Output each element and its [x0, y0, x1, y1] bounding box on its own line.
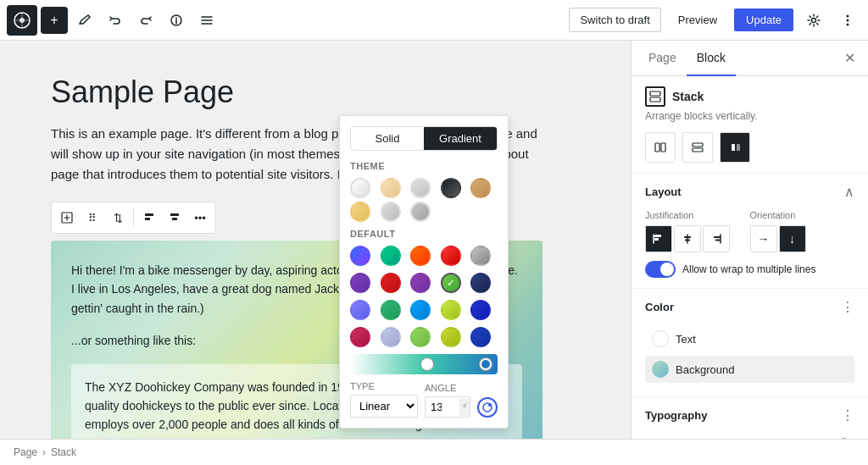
sidebar-tabs: Page Block ✕ — [632, 41, 868, 76]
move-up-down-button[interactable]: ⇅ — [106, 206, 130, 230]
svg-rect-19 — [693, 148, 703, 152]
theme-swatch-7[interactable] — [381, 202, 401, 222]
default-swatch-18[interactable] — [410, 327, 431, 347]
info-button[interactable] — [163, 7, 190, 34]
sidebar-close-button[interactable]: ✕ — [837, 47, 861, 70]
theme-swatch-4[interactable] — [441, 178, 461, 198]
align-left-button[interactable] — [137, 206, 161, 230]
default-swatch-7[interactable] — [381, 273, 401, 293]
background-color-row[interactable]: Background — [645, 356, 854, 383]
block-more-button[interactable]: ••• — [188, 206, 212, 230]
list-view-button[interactable] — [193, 7, 220, 34]
justify-left-button[interactable] — [645, 225, 672, 252]
default-swatch-4[interactable] — [441, 246, 461, 266]
svg-rect-23 — [654, 235, 661, 237]
layout-controls-row: Justification — [645, 210, 854, 252]
orient-horizontal-button[interactable]: → — [750, 225, 777, 252]
default-swatch-2[interactable] — [381, 246, 401, 266]
preview-button[interactable]: Preview — [668, 8, 727, 31]
layout-toggle-button[interactable]: ∧ — [844, 184, 854, 200]
solid-tab[interactable]: Solid — [351, 127, 424, 150]
orient-vertical-button[interactable]: ↓ — [779, 225, 806, 252]
default-swatch-15[interactable] — [470, 300, 491, 320]
stack-title: Stack — [672, 90, 704, 103]
more-options-button[interactable] — [834, 7, 861, 34]
default-swatch-13[interactable] — [410, 300, 431, 320]
theme-swatch-8[interactable] — [410, 202, 431, 222]
edit-tool-button[interactable] — [71, 7, 98, 34]
stack-section: Stack Arrange blocks vertically. — [632, 76, 868, 174]
default-swatch-9[interactable] — [441, 273, 461, 293]
gradient-bar[interactable] — [350, 354, 498, 374]
default-swatches-row4 — [350, 327, 498, 347]
default-swatch-17[interactable] — [381, 327, 401, 347]
default-swatch-12[interactable] — [381, 300, 401, 320]
stack-style-btn-1[interactable] — [645, 132, 676, 163]
settings-button[interactable] — [800, 7, 827, 34]
wrap-toggle[interactable] — [645, 261, 676, 278]
justification-col: Justification — [645, 210, 750, 252]
typography-menu-button[interactable]: ⋮ — [841, 407, 854, 423]
color-menu-button[interactable]: ⋮ — [841, 299, 854, 315]
breadcrumb-page[interactable]: Page — [14, 446, 37, 458]
toolbar-divider — [133, 209, 134, 226]
theme-swatch-2[interactable] — [381, 178, 401, 198]
stack-style-btn-3[interactable] — [720, 132, 750, 163]
theme-swatch-6[interactable] — [350, 202, 370, 222]
theme-swatch-5[interactable] — [470, 178, 491, 198]
block-transform-button[interactable] — [55, 206, 79, 230]
svg-point-5 — [847, 19, 849, 21]
wordpress-logo[interactable] — [7, 5, 37, 36]
default-swatch-14[interactable] — [441, 300, 461, 320]
gradient-stop-right[interactable] — [480, 358, 492, 370]
justification-label: Justification — [645, 210, 750, 220]
theme-swatch-1[interactable] — [350, 178, 370, 198]
stack-style-btn-2[interactable] — [682, 132, 713, 163]
drag-handle-button[interactable]: ⠿ — [81, 206, 104, 230]
color-title: Color — [645, 301, 674, 313]
gradient-stop-left[interactable] — [421, 358, 433, 370]
default-swatch-10[interactable] — [470, 273, 491, 293]
breadcrumb-separator: › — [42, 446, 46, 458]
angle-dial[interactable] — [477, 397, 498, 418]
orientation-col: Orientation → ↓ — [750, 210, 855, 252]
default-swatch-6[interactable] — [350, 273, 370, 293]
block-tab[interactable]: Block — [687, 41, 736, 76]
gradient-tab[interactable]: Gradient — [424, 127, 497, 150]
page-tab[interactable]: Page — [638, 41, 687, 76]
svg-rect-16 — [655, 143, 659, 152]
redo-button[interactable] — [132, 7, 159, 34]
justification-buttons — [645, 225, 750, 252]
svg-rect-11 — [172, 218, 177, 220]
color-section-header: Color ⋮ — [645, 299, 854, 315]
block-toolbar: ⠿ ⇅ ••• — [51, 202, 216, 234]
type-select[interactable]: Linear Radial — [350, 395, 418, 418]
angle-input[interactable] — [426, 397, 459, 417]
default-swatch-1[interactable] — [350, 246, 370, 266]
svg-rect-21 — [732, 144, 735, 151]
text-color-label: Text — [676, 333, 696, 346]
default-swatch-19[interactable] — [441, 327, 461, 347]
add-block-toolbar-button[interactable]: + — [41, 7, 68, 34]
update-button[interactable]: Update — [734, 8, 793, 31]
default-swatch-16[interactable] — [350, 327, 370, 347]
undo-button[interactable] — [102, 7, 129, 34]
right-sidebar: Page Block ✕ Stack Arrange blocks vertic… — [631, 41, 868, 439]
switch-to-draft-button[interactable]: Switch to draft — [569, 8, 660, 32]
default-swatch-5[interactable] — [470, 246, 491, 266]
default-swatch-8[interactable] — [410, 273, 431, 293]
default-swatch-11[interactable] — [350, 300, 370, 320]
theme-swatch-3[interactable] — [410, 178, 431, 198]
justify-center-button[interactable] — [674, 225, 701, 252]
svg-point-4 — [847, 14, 849, 17]
svg-rect-9 — [145, 218, 150, 220]
text-color-row[interactable]: Text — [645, 325, 854, 352]
editor-area[interactable]: Sample Page This is an example page. It'… — [0, 41, 631, 439]
justify-right-button[interactable] — [703, 225, 730, 252]
default-swatch-3[interactable] — [410, 246, 431, 266]
typography-title: Typography — [645, 409, 707, 422]
default-swatch-20[interactable] — [470, 327, 491, 347]
svg-rect-17 — [661, 143, 665, 152]
page-title: Sample Page — [51, 75, 580, 110]
align-center-button[interactable] — [163, 206, 186, 230]
